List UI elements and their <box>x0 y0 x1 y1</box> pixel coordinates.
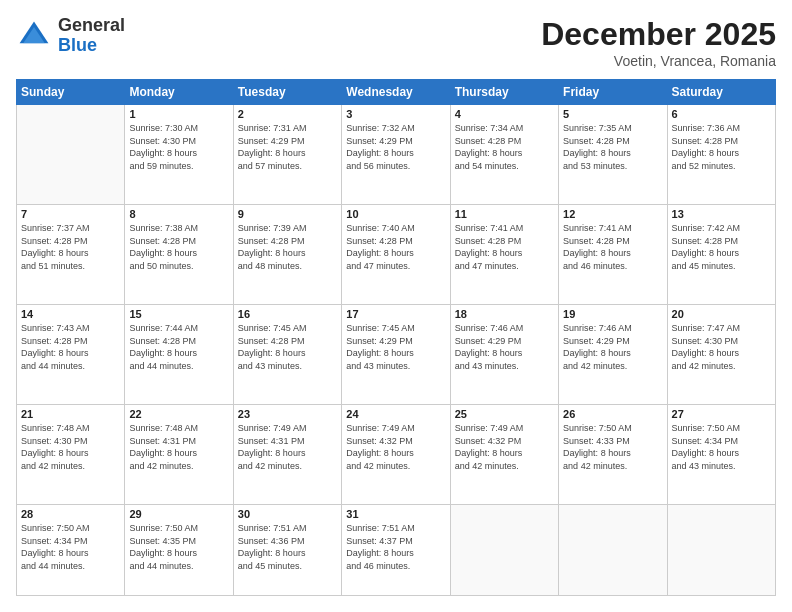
table-row: 3Sunrise: 7:32 AM Sunset: 4:29 PM Daylig… <box>342 105 450 205</box>
day-info: Sunrise: 7:41 AM Sunset: 4:28 PM Dayligh… <box>455 222 554 272</box>
day-info: Sunrise: 7:47 AM Sunset: 4:30 PM Dayligh… <box>672 322 771 372</box>
day-info: Sunrise: 7:50 AM Sunset: 4:33 PM Dayligh… <box>563 422 662 472</box>
calendar-table: Sunday Monday Tuesday Wednesday Thursday… <box>16 79 776 596</box>
day-number: 28 <box>21 508 120 520</box>
day-number: 27 <box>672 408 771 420</box>
day-info: Sunrise: 7:43 AM Sunset: 4:28 PM Dayligh… <box>21 322 120 372</box>
logo-text: General Blue <box>58 16 125 56</box>
day-number: 11 <box>455 208 554 220</box>
day-info: Sunrise: 7:32 AM Sunset: 4:29 PM Dayligh… <box>346 122 445 172</box>
table-row <box>559 505 667 596</box>
day-number: 26 <box>563 408 662 420</box>
day-info: Sunrise: 7:51 AM Sunset: 4:37 PM Dayligh… <box>346 522 445 572</box>
day-info: Sunrise: 7:41 AM Sunset: 4:28 PM Dayligh… <box>563 222 662 272</box>
table-row <box>667 505 775 596</box>
day-number: 12 <box>563 208 662 220</box>
table-row: 19Sunrise: 7:46 AM Sunset: 4:29 PM Dayli… <box>559 305 667 405</box>
day-number: 31 <box>346 508 445 520</box>
day-info: Sunrise: 7:48 AM Sunset: 4:30 PM Dayligh… <box>21 422 120 472</box>
table-row: 23Sunrise: 7:49 AM Sunset: 4:31 PM Dayli… <box>233 405 341 505</box>
table-row: 4Sunrise: 7:34 AM Sunset: 4:28 PM Daylig… <box>450 105 558 205</box>
main-title: December 2025 <box>541 16 776 53</box>
day-number: 6 <box>672 108 771 120</box>
day-number: 29 <box>129 508 228 520</box>
header: General Blue December 2025 Voetin, Vranc… <box>16 16 776 69</box>
day-info: Sunrise: 7:40 AM Sunset: 4:28 PM Dayligh… <box>346 222 445 272</box>
table-row: 31Sunrise: 7:51 AM Sunset: 4:37 PM Dayli… <box>342 505 450 596</box>
day-number: 14 <box>21 308 120 320</box>
day-info: Sunrise: 7:44 AM Sunset: 4:28 PM Dayligh… <box>129 322 228 372</box>
table-row: 30Sunrise: 7:51 AM Sunset: 4:36 PM Dayli… <box>233 505 341 596</box>
table-row: 1Sunrise: 7:30 AM Sunset: 4:30 PM Daylig… <box>125 105 233 205</box>
table-row: 6Sunrise: 7:36 AM Sunset: 4:28 PM Daylig… <box>667 105 775 205</box>
day-number: 24 <box>346 408 445 420</box>
day-number: 13 <box>672 208 771 220</box>
table-row: 7Sunrise: 7:37 AM Sunset: 4:28 PM Daylig… <box>17 205 125 305</box>
day-info: Sunrise: 7:50 AM Sunset: 4:35 PM Dayligh… <box>129 522 228 572</box>
day-number: 4 <box>455 108 554 120</box>
col-thursday: Thursday <box>450 80 558 105</box>
day-info: Sunrise: 7:34 AM Sunset: 4:28 PM Dayligh… <box>455 122 554 172</box>
day-info: Sunrise: 7:50 AM Sunset: 4:34 PM Dayligh… <box>672 422 771 472</box>
day-number: 1 <box>129 108 228 120</box>
table-row: 27Sunrise: 7:50 AM Sunset: 4:34 PM Dayli… <box>667 405 775 505</box>
day-number: 20 <box>672 308 771 320</box>
table-row: 26Sunrise: 7:50 AM Sunset: 4:33 PM Dayli… <box>559 405 667 505</box>
title-block: December 2025 Voetin, Vrancea, Romania <box>541 16 776 69</box>
col-saturday: Saturday <box>667 80 775 105</box>
day-info: Sunrise: 7:45 AM Sunset: 4:28 PM Dayligh… <box>238 322 337 372</box>
table-row: 14Sunrise: 7:43 AM Sunset: 4:28 PM Dayli… <box>17 305 125 405</box>
day-info: Sunrise: 7:48 AM Sunset: 4:31 PM Dayligh… <box>129 422 228 472</box>
day-number: 25 <box>455 408 554 420</box>
day-info: Sunrise: 7:42 AM Sunset: 4:28 PM Dayligh… <box>672 222 771 272</box>
day-number: 17 <box>346 308 445 320</box>
col-tuesday: Tuesday <box>233 80 341 105</box>
table-row <box>450 505 558 596</box>
day-number: 16 <box>238 308 337 320</box>
day-info: Sunrise: 7:38 AM Sunset: 4:28 PM Dayligh… <box>129 222 228 272</box>
col-wednesday: Wednesday <box>342 80 450 105</box>
calendar-week-row: 21Sunrise: 7:48 AM Sunset: 4:30 PM Dayli… <box>17 405 776 505</box>
table-row: 12Sunrise: 7:41 AM Sunset: 4:28 PM Dayli… <box>559 205 667 305</box>
day-info: Sunrise: 7:30 AM Sunset: 4:30 PM Dayligh… <box>129 122 228 172</box>
day-info: Sunrise: 7:51 AM Sunset: 4:36 PM Dayligh… <box>238 522 337 572</box>
day-info: Sunrise: 7:46 AM Sunset: 4:29 PM Dayligh… <box>455 322 554 372</box>
day-info: Sunrise: 7:49 AM Sunset: 4:31 PM Dayligh… <box>238 422 337 472</box>
day-number: 22 <box>129 408 228 420</box>
table-row: 13Sunrise: 7:42 AM Sunset: 4:28 PM Dayli… <box>667 205 775 305</box>
day-info: Sunrise: 7:39 AM Sunset: 4:28 PM Dayligh… <box>238 222 337 272</box>
day-number: 8 <box>129 208 228 220</box>
day-number: 7 <box>21 208 120 220</box>
day-info: Sunrise: 7:50 AM Sunset: 4:34 PM Dayligh… <box>21 522 120 572</box>
day-number: 2 <box>238 108 337 120</box>
col-monday: Monday <box>125 80 233 105</box>
day-info: Sunrise: 7:49 AM Sunset: 4:32 PM Dayligh… <box>346 422 445 472</box>
table-row: 2Sunrise: 7:31 AM Sunset: 4:29 PM Daylig… <box>233 105 341 205</box>
table-row: 29Sunrise: 7:50 AM Sunset: 4:35 PM Dayli… <box>125 505 233 596</box>
logo: General Blue <box>16 16 125 56</box>
day-number: 5 <box>563 108 662 120</box>
table-row: 8Sunrise: 7:38 AM Sunset: 4:28 PM Daylig… <box>125 205 233 305</box>
logo-blue: Blue <box>58 35 97 55</box>
table-row: 5Sunrise: 7:35 AM Sunset: 4:28 PM Daylig… <box>559 105 667 205</box>
day-info: Sunrise: 7:35 AM Sunset: 4:28 PM Dayligh… <box>563 122 662 172</box>
calendar-week-row: 28Sunrise: 7:50 AM Sunset: 4:34 PM Dayli… <box>17 505 776 596</box>
day-number: 21 <box>21 408 120 420</box>
table-row: 18Sunrise: 7:46 AM Sunset: 4:29 PM Dayli… <box>450 305 558 405</box>
table-row: 10Sunrise: 7:40 AM Sunset: 4:28 PM Dayli… <box>342 205 450 305</box>
day-number: 30 <box>238 508 337 520</box>
day-number: 9 <box>238 208 337 220</box>
table-row: 21Sunrise: 7:48 AM Sunset: 4:30 PM Dayli… <box>17 405 125 505</box>
table-row: 11Sunrise: 7:41 AM Sunset: 4:28 PM Dayli… <box>450 205 558 305</box>
calendar-week-row: 7Sunrise: 7:37 AM Sunset: 4:28 PM Daylig… <box>17 205 776 305</box>
logo-general: General <box>58 15 125 35</box>
page: General Blue December 2025 Voetin, Vranc… <box>0 0 792 612</box>
table-row: 22Sunrise: 7:48 AM Sunset: 4:31 PM Dayli… <box>125 405 233 505</box>
day-number: 23 <box>238 408 337 420</box>
day-number: 10 <box>346 208 445 220</box>
calendar-week-row: 1Sunrise: 7:30 AM Sunset: 4:30 PM Daylig… <box>17 105 776 205</box>
day-number: 15 <box>129 308 228 320</box>
calendar-header-row: Sunday Monday Tuesday Wednesday Thursday… <box>17 80 776 105</box>
day-info: Sunrise: 7:36 AM Sunset: 4:28 PM Dayligh… <box>672 122 771 172</box>
calendar-week-row: 14Sunrise: 7:43 AM Sunset: 4:28 PM Dayli… <box>17 305 776 405</box>
